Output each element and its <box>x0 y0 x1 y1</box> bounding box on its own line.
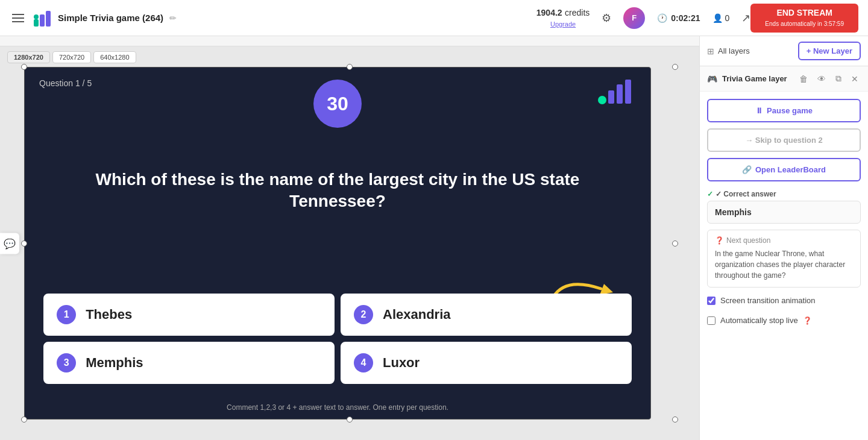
pause-game-label: Pause game <box>767 106 813 115</box>
timer-circle: 30 <box>313 80 362 128</box>
pause-icon: ⏸ <box>755 106 763 115</box>
svg-rect-0 <box>34 19 39 27</box>
bottom-instruction: Comment 1,2,3 or 4 + answer text to answ… <box>227 403 448 412</box>
handle-tr[interactable] <box>672 64 678 70</box>
pause-game-button[interactable]: ⏸ Pause game <box>707 99 861 122</box>
handle-bl[interactable] <box>21 416 27 423</box>
new-layer-label: + New Layer <box>807 46 852 55</box>
answer-1: 1 Thebes <box>43 294 335 336</box>
correct-answer-label: ✓ ✓ Correct answer <box>707 187 861 201</box>
answer-num-1: 1 <box>57 305 76 324</box>
timer-icon: 🕐 <box>657 13 667 23</box>
correct-answer-label-text: ✓ Correct answer <box>715 190 776 198</box>
credits-label-text: credits <box>565 8 590 17</box>
layer-copy-button[interactable]: ⧉ <box>833 72 844 85</box>
correct-answer-value: Memphis <box>707 201 861 224</box>
open-leaderboard-button[interactable]: 🔗 Open LeaderBoard <box>707 158 861 181</box>
layer-type-icon: 🎮 <box>707 74 717 84</box>
brand-logo <box>596 77 638 110</box>
open-leaderboard-label: Open LeaderBoard <box>755 165 826 174</box>
settings-button[interactable]: ⚙ <box>602 11 611 25</box>
timer-value: 0:02:21 <box>671 13 700 23</box>
answer-text-2: Alexandria <box>383 307 451 322</box>
canvas-area: 1280x720 720x720 640x1280 Question 1 / 5 <box>0 36 699 440</box>
svg-rect-1 <box>40 14 45 27</box>
check-icon: ✓ <box>707 190 713 198</box>
right-panel: ⊞ All layers + New Layer 🎮 Trivia Game l… <box>699 36 868 440</box>
hamburger-menu[interactable] <box>10 11 27 25</box>
layer-actions: 🗑 👁 ⧉ ✕ <box>797 72 861 85</box>
svg-point-3 <box>34 14 39 19</box>
answer-3: 3 Memphis <box>43 342 335 384</box>
viewers-icon: 👤 <box>712 13 723 23</box>
main-area: 1280x720 720x720 640x1280 Question 1 / 5 <box>0 36 868 440</box>
screen-transition-label: Screen transition animation <box>720 296 816 305</box>
timer-block: 🕐 0:02:21 <box>657 13 700 23</box>
edit-title-icon[interactable]: ✏ <box>169 13 177 23</box>
answer-num-4: 4 <box>354 353 373 372</box>
svg-rect-6 <box>617 84 623 104</box>
auto-stop-row: Automatically stop live ❓ <box>707 313 861 327</box>
skip-question-label: → Skip to question 2 <box>745 136 823 145</box>
svg-rect-5 <box>608 90 614 104</box>
layers-icon: ⊞ <box>707 46 714 56</box>
resolution-tabs <box>0 36 699 46</box>
new-layer-button[interactable]: + New Layer <box>798 42 861 60</box>
handle-tm[interactable] <box>347 64 353 70</box>
next-question-label-text: Next question <box>726 236 770 245</box>
question-number: Question 1 / 5 <box>39 78 92 88</box>
screen-transition-row: Screen transition animation <box>707 294 861 307</box>
panel-body: ⏸ Pause game → Skip to question 2 🔗 Open… <box>700 92 868 440</box>
next-question-section: ❓ Next question In the game Nuclear Thro… <box>707 230 861 288</box>
next-question-text: In the game Nuclear Throne, what organiz… <box>715 248 853 281</box>
answer-text-1: Thebes <box>86 307 132 322</box>
credits-block: 1904.2 credits Upgrade <box>536 7 590 29</box>
handle-ml[interactable] <box>21 240 27 247</box>
leaderboard-icon: 🔗 <box>742 165 752 174</box>
upgrade-link[interactable]: Upgrade <box>550 20 576 28</box>
layer-close-button[interactable]: ✕ <box>849 72 861 85</box>
answer-num-2: 2 <box>354 305 373 324</box>
screen-transition-checkbox[interactable] <box>707 297 715 305</box>
canvas-wrapper: 1280x720 720x720 640x1280 Question 1 / 5 <box>0 46 699 440</box>
handle-mr[interactable] <box>672 240 678 247</box>
all-layers-button[interactable]: ⊞ All layers <box>707 46 750 56</box>
answers-grid: 1 Thebes 2 Alexandria 3 Memphis 4 <box>43 294 632 384</box>
end-stream-button[interactable]: END STREAM Ends automatically in 3:57:59 <box>750 4 858 33</box>
layer-delete-button[interactable]: 🗑 <box>797 72 810 85</box>
handle-tl[interactable] <box>21 64 27 70</box>
end-stream-label: END STREAM <box>776 8 832 17</box>
app-logo <box>33 8 52 28</box>
external-link-icon[interactable]: ↗ <box>741 11 750 25</box>
skip-question-button[interactable]: → Skip to question 2 <box>707 128 861 152</box>
handle-br[interactable] <box>672 416 678 423</box>
viewers-block: 👤 0 <box>712 13 730 23</box>
svg-rect-7 <box>625 80 631 104</box>
next-question-label: ❓ Next question <box>715 236 853 245</box>
canvas-frame: Question 1 / 5 30 <box>24 67 651 420</box>
res-tab-720[interactable]: 720x720 <box>52 51 91 63</box>
timer-circle-value: 30 <box>327 93 348 115</box>
avatar: F <box>623 7 645 29</box>
auto-stop-info-icon[interactable]: ❓ <box>803 316 812 325</box>
app-title: Simple Trivia game (264) <box>58 13 163 23</box>
end-stream-sublabel: Ends automatically in 3:57:59 <box>765 20 844 27</box>
layer-hide-button[interactable]: 👁 <box>815 72 828 85</box>
answer-num-3: 3 <box>57 353 76 372</box>
chat-sidebar-toggle[interactable]: 💬 <box>0 233 19 254</box>
answer-text-4: Luxor <box>383 355 420 371</box>
layer-item-name: Trivia Game layer <box>722 74 797 83</box>
res-tab-1280[interactable]: 1280x720 <box>7 51 50 63</box>
auto-stop-label: Automatically stop live <box>720 316 798 325</box>
panel-header: ⊞ All layers + New Layer <box>700 36 868 66</box>
question-text: Which of these is the name of the larges… <box>87 169 588 213</box>
res-tab-640[interactable]: 640x1280 <box>93 51 136 63</box>
info-circle-icon: ❓ <box>715 236 724 245</box>
answer-4: 4 Luxor <box>341 342 632 384</box>
auto-stop-checkbox[interactable] <box>707 316 715 325</box>
credits-amount: 1904.2 <box>536 8 562 17</box>
answer-2: 2 Alexandria <box>341 294 632 336</box>
handle-bm[interactable] <box>347 416 353 423</box>
layer-item-trivia: 🎮 Trivia Game layer 🗑 👁 ⧉ ✕ <box>700 66 868 92</box>
correct-answer-section: ✓ ✓ Correct answer Memphis <box>707 187 861 224</box>
